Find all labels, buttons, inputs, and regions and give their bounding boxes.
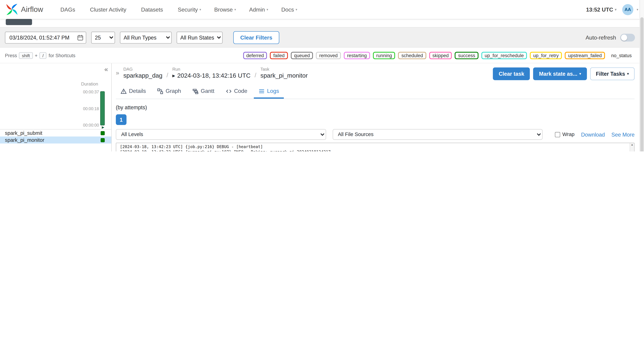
chevron-down-icon: ▾: [627, 72, 629, 76]
auto-refresh-control: Auto-refresh: [586, 34, 635, 42]
manual-run-icon: ▶: [172, 73, 175, 78]
scroll-up-icon[interactable]: ▲: [631, 143, 633, 146]
toggle-knob: [621, 34, 627, 40]
user-menu[interactable]: AA ▾: [622, 4, 638, 15]
clear-filters-button[interactable]: Clear Filters: [233, 31, 279, 44]
tab-logs[interactable]: Logs: [254, 85, 284, 99]
date-filter-input[interactable]: [5, 32, 86, 43]
clock-dropdown[interactable]: 13:52 UTC▾: [586, 6, 616, 13]
filter-bar: 25 All Run Types All Run States Clear Fi…: [0, 27, 644, 48]
filter-tasks-button[interactable]: Filter Tasks▾: [590, 68, 634, 80]
scroll-gap: [0, 19, 644, 27]
log-line: [2024-03-18, 13:42:23 UTC] {pyspark_pi.p…: [120, 150, 629, 151]
page-scroll-thumb[interactable]: [640, 17, 644, 151]
state-legend-badge[interactable]: skipped: [429, 52, 452, 59]
clear-task-button[interactable]: Clear task: [493, 68, 530, 80]
task-row[interactable]: spark_pi_monitor: [0, 136, 111, 143]
state-legend: deferred failed queued removed restartin…: [243, 52, 635, 59]
state-legend-badge[interactable]: success: [455, 52, 478, 59]
tab-details[interactable]: Details: [116, 85, 151, 99]
wrap-checkbox[interactable]: [555, 132, 560, 137]
breadcrumb-dag: DAG sparkapp_dag: [123, 67, 162, 79]
task-detail-pane: » DAG sparkapp_dag / Run ▶ 2024-03-18, 1…: [112, 63, 644, 151]
breadcrumb-task-link[interactable]: spark_pi_monitor: [260, 72, 308, 79]
mark-state-button[interactable]: Mark state as...▾: [533, 68, 587, 80]
download-log-link[interactable]: Download: [581, 131, 605, 137]
wrap-checkbox-label: Wrap: [555, 131, 574, 137]
log-source-select[interactable]: All File Sources: [332, 129, 543, 140]
alert-triangle-icon: [121, 88, 126, 94]
log-vertical-scrollbar[interactable]: ▲ ▼: [630, 143, 634, 151]
state-legend-badge[interactable]: restarting: [344, 52, 370, 59]
airflow-app: Airflow DAGs Cluster Activity Datasets S…: [0, 0, 644, 151]
chevron-down-icon: ▾: [234, 8, 236, 11]
task-name: spark_pi_monitor: [5, 137, 100, 143]
slash-key: /: [40, 52, 47, 59]
state-legend-badge[interactable]: upstream_failed: [565, 52, 605, 59]
tab-gantt[interactable]: Gantt: [188, 85, 219, 99]
navbar-right: 13:52 UTC▾ AA ▾: [586, 4, 638, 15]
run-duration-bar[interactable]: [100, 91, 105, 125]
nav-item[interactable]: Browse▾: [214, 6, 236, 13]
state-legend-badge[interactable]: deferred: [243, 52, 267, 59]
top-navbar: Airflow DAGs Cluster Activity Datasets S…: [0, 0, 644, 19]
run-type-select[interactable]: All Run Types: [120, 32, 172, 43]
breadcrumb-run-link[interactable]: 2024-03-18, 13:42:16 UTC: [177, 72, 251, 79]
state-legend-badge[interactable]: queued: [291, 52, 313, 59]
log-level-select[interactable]: All Levels: [116, 129, 326, 140]
axis-tick: 00:00:00: [83, 123, 99, 127]
code-icon: [226, 88, 232, 94]
airflow-home-link[interactable]: Airflow: [6, 3, 43, 16]
expand-panel-button[interactable]: »: [116, 69, 119, 76]
state-legend-badge[interactable]: up_for_retry: [530, 52, 562, 59]
axis-tick: 00:00:18: [83, 106, 99, 111]
duration-axis-label: Duration: [81, 81, 98, 86]
run-state-select[interactable]: All Run States: [176, 32, 222, 43]
shortcut-hint: Press shift + / for Shortcuts: [5, 52, 75, 59]
gantt-icon: [192, 88, 198, 94]
breadcrumb-dag-link[interactable]: sparkapp_dag: [123, 72, 162, 79]
task-row[interactable]: spark_pi_submit: [0, 130, 111, 136]
avatar: AA: [622, 4, 633, 15]
chevron-down-icon: ▾: [266, 8, 268, 11]
breadcrumb-run: Run ▶ 2024-03-18, 13:42:16 UTC: [172, 67, 251, 79]
page-scrollbar[interactable]: [640, 0, 644, 151]
state-legend-badge[interactable]: no_status: [608, 52, 635, 59]
chevron-down-icon: ▾: [200, 8, 201, 11]
chevron-down-icon: ▾: [637, 8, 638, 11]
graph-icon: [158, 88, 163, 94]
log-lines: [2024-03-18, 13:42:23 UTC] {job.py:216} …: [116, 143, 629, 151]
auto-refresh-label: Auto-refresh: [586, 34, 616, 40]
nav-item[interactable]: Admin▾: [249, 6, 268, 13]
state-legend-badge[interactable]: up_for_reschedule: [482, 52, 527, 59]
state-legend-badge[interactable]: failed: [270, 52, 288, 59]
nav-item[interactable]: Security▾: [178, 6, 201, 13]
task-list: spark_pi_submit spark_pi_monitor: [0, 129, 111, 143]
attempt-1-button[interactable]: 1: [116, 114, 126, 125]
task-state-square[interactable]: [100, 131, 105, 135]
task-header: » DAG sparkapp_dag / Run ▶ 2024-03-18, 1…: [116, 67, 634, 80]
airflow-pinwheel-icon: [6, 3, 18, 16]
tab-bar: Details Graph Gantt Code Logs: [116, 85, 634, 99]
tab-code[interactable]: Code: [221, 85, 252, 99]
logs-icon: [259, 88, 264, 94]
nav-item[interactable]: DAGs: [60, 6, 77, 13]
page-size-select[interactable]: 25: [91, 32, 115, 43]
state-legend-badge[interactable]: scheduled: [398, 52, 426, 59]
auto-refresh-toggle[interactable]: [620, 34, 635, 42]
nav-item[interactable]: Cluster Activity: [90, 6, 128, 13]
state-legend-badge[interactable]: removed: [316, 52, 341, 59]
chevron-down-icon: ▾: [579, 72, 581, 76]
nav-item[interactable]: Datasets: [141, 6, 165, 13]
chevron-down-icon: ▾: [615, 8, 616, 11]
see-more-link[interactable]: See More: [611, 131, 634, 137]
task-state-square[interactable]: [100, 138, 105, 142]
breadcrumb-task: Task spark_pi_monitor: [260, 67, 308, 79]
state-legend-badge[interactable]: running: [373, 52, 395, 59]
log-filter-row: All Levels All File Sources Wrap Downloa…: [116, 129, 634, 140]
grid-sidebar: « Duration 00:00:37 00:00:18 00:00:00 ▶ …: [0, 63, 112, 151]
nav-item[interactable]: Docs▾: [282, 6, 297, 13]
task-actions: Clear task Mark state as...▾ Filter Task…: [493, 67, 634, 80]
cutoff-button-fragment: [6, 19, 32, 25]
tab-graph[interactable]: Graph: [152, 85, 186, 99]
